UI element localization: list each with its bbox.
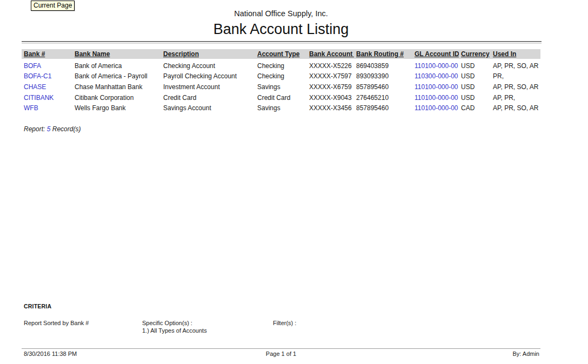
- bank-id-link[interactable]: CITIBANK: [22, 94, 72, 102]
- bank-routing-cell: 857895460: [354, 104, 412, 112]
- column-header-gl-account: GL Account ID: [412, 50, 459, 58]
- specific-option-item: 1.) All Types of Accounts: [142, 327, 207, 334]
- account-type-cell: Savings: [255, 83, 307, 91]
- currency-cell: USD: [459, 94, 491, 102]
- currency-cell: USD: [459, 72, 491, 80]
- description-cell: Investment Account: [161, 83, 255, 91]
- account-type-cell: Credit Card: [255, 94, 307, 102]
- account-type-cell: Savings: [255, 104, 307, 112]
- table-row: BOFA-C1 Bank of America - Payroll Payrol…: [22, 71, 540, 82]
- gl-account-link[interactable]: 110100-000-00: [412, 104, 459, 112]
- criteria-specific-options: Specific Option(s) : 1.) All Types of Ac…: [142, 320, 207, 334]
- column-header-account-type: Account Type: [255, 50, 307, 58]
- bank-name-cell: Chase Manhattan Bank: [72, 83, 161, 91]
- title-divider: [22, 41, 542, 44]
- account-type-cell: Checking: [255, 62, 307, 70]
- description-cell: Credit Card: [161, 94, 255, 102]
- footer-divider: [22, 348, 540, 349]
- bank-routing-cell: 869403859: [354, 62, 412, 70]
- bank-name-cell: Bank of America - Payroll: [72, 72, 161, 80]
- bank-name-cell: Wells Fargo Bank: [72, 104, 161, 112]
- company-name: National Office Supply, Inc.: [22, 9, 540, 18]
- table-row: CITIBANK Citibank Corporation Credit Car…: [22, 92, 540, 103]
- used-in-cell: AP, PR, SO, AR: [491, 104, 540, 112]
- column-header-used-in: Used In: [491, 50, 540, 58]
- used-in-cell: AP, PR, SO, AR: [491, 83, 540, 91]
- account-type-cell: Checking: [255, 72, 307, 80]
- bank-account-cell: XXXXX-X9043: [307, 94, 354, 102]
- table-row: BOFA Bank of America Checking Account Ch…: [22, 60, 540, 71]
- criteria-filters-label: Filter(s) :: [273, 320, 296, 326]
- used-in-cell: AP, PR,: [491, 94, 540, 102]
- bank-name-cell: Bank of America: [72, 62, 161, 70]
- report-page: Current Page National Office Supply, Inc…: [0, 0, 588, 364]
- table-row: WFB Wells Fargo Bank Savings Account Sav…: [22, 103, 540, 113]
- gl-account-link[interactable]: 110300-000-00: [412, 72, 459, 80]
- bank-routing-cell: 276465210: [354, 94, 412, 102]
- column-header-description: Description: [161, 50, 255, 58]
- gl-account-link[interactable]: 110100-000-00: [412, 83, 459, 91]
- table-body: BOFA Bank of America Checking Account Ch…: [22, 60, 540, 113]
- currency-cell: USD: [459, 62, 491, 70]
- column-header-bank-routing: Bank Routing #: [354, 50, 412, 58]
- bank-id-link[interactable]: BOFA-C1: [22, 72, 72, 80]
- currency-cell: USD: [459, 83, 491, 91]
- bank-name-cell: Citibank Corporation: [72, 94, 161, 102]
- table-row: CHASE Chase Manhattan Bank Investment Ac…: [22, 82, 540, 92]
- column-header-bank-account: Bank Account #: [307, 50, 354, 58]
- specific-options-label: Specific Option(s) :: [142, 320, 207, 326]
- footer-author: By: Admin: [512, 350, 539, 357]
- description-cell: Savings Account: [161, 104, 255, 112]
- bank-routing-cell: 857895460: [354, 83, 412, 91]
- bank-account-cell: XXXXX-X3456: [307, 104, 354, 112]
- footer-page-number: Page 1 of 1: [22, 350, 540, 357]
- bank-account-cell: XXXXX-X7597: [307, 72, 354, 80]
- report-header: National Office Supply, Inc. Bank Accoun…: [22, 9, 540, 38]
- criteria-sorted-by: Report Sorted by Bank #: [24, 320, 89, 326]
- bank-id-link[interactable]: BOFA: [22, 62, 72, 70]
- used-in-cell: AP, PR, SO, AR: [491, 62, 540, 70]
- used-in-cell: PR,: [491, 72, 540, 80]
- bank-account-cell: XXXXX-X5226: [307, 62, 354, 70]
- bank-id-link[interactable]: CHASE: [22, 83, 72, 91]
- record-count: Report: 5 Record(s): [24, 125, 81, 133]
- record-count-suffix: Record(s): [52, 125, 81, 133]
- currency-cell: CAD: [459, 104, 491, 112]
- bank-routing-cell: 893093390: [354, 72, 412, 80]
- record-count-prefix: Report:: [24, 125, 45, 133]
- page-title: Bank Account Listing: [22, 21, 540, 38]
- bank-account-table: Bank # Bank Name Description Account Typ…: [22, 49, 540, 113]
- column-header-currency: Currency: [459, 50, 491, 58]
- gl-account-link[interactable]: 110100-000-00: [412, 62, 459, 70]
- column-header-bank-id: Bank #: [22, 50, 72, 58]
- column-header-bank-name: Bank Name: [72, 50, 161, 58]
- criteria-heading: CRITERIA: [24, 303, 51, 309]
- bank-id-link[interactable]: WFB: [22, 104, 72, 112]
- gl-account-link[interactable]: 110100-000-00: [412, 94, 459, 102]
- table-header-row: Bank # Bank Name Description Account Typ…: [22, 49, 540, 59]
- description-cell: Payroll Checking Account: [161, 72, 255, 80]
- bank-account-cell: XXXXX-X6759: [307, 83, 354, 91]
- record-count-number: 5: [47, 125, 51, 133]
- description-cell: Checking Account: [161, 62, 255, 70]
